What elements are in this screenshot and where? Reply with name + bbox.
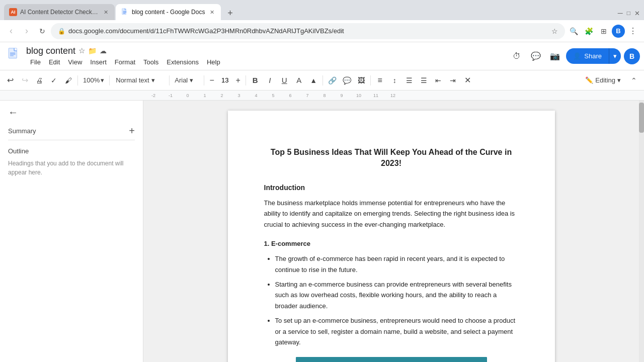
print-button[interactable]: 🖨 bbox=[32, 73, 46, 87]
tab-ai-detector[interactable]: AI AI Content Detector Checks GPT ✕ bbox=[4, 4, 115, 20]
svg-rect-4 bbox=[123, 13, 126, 14]
font-size-value[interactable]: 13 bbox=[218, 75, 232, 85]
menu-format[interactable]: Format bbox=[111, 57, 139, 67]
numbers-button[interactable]: ☰ bbox=[417, 73, 431, 87]
line-spacing-button[interactable]: ↕ bbox=[387, 73, 401, 87]
align-button[interactable]: ≡ bbox=[373, 73, 387, 87]
toolbar-divider-2 bbox=[109, 75, 110, 85]
redo-button[interactable]: ↪ bbox=[18, 73, 32, 87]
search-icon[interactable]: 🔍 bbox=[567, 24, 581, 38]
docs-header-right: ⏱ 💬 📷 👤 Share ▾ B bbox=[509, 48, 640, 64]
clear-format-button[interactable]: ✕ bbox=[460, 73, 474, 87]
indent-button[interactable]: ⇥ bbox=[446, 73, 460, 87]
menu-insert[interactable]: Insert bbox=[86, 57, 111, 67]
lock-icon: 🔒 bbox=[58, 28, 65, 35]
doc-area: Top 5 Business Ideas That Will Keep You … bbox=[143, 101, 639, 362]
menu-edit[interactable]: Edit bbox=[45, 57, 64, 67]
menu-extensions[interactable]: Extensions bbox=[163, 57, 203, 67]
cloud-icon[interactable]: ☁ bbox=[100, 47, 107, 55]
nav-bar: ‹ › ↻ 🔒 docs.google.com/document/d/11cFh… bbox=[0, 20, 644, 42]
comments-icon[interactable]: 💬 bbox=[528, 48, 544, 64]
meet-icon[interactable]: 📷 bbox=[547, 48, 563, 64]
tab-google-docs[interactable]: blog content - Google Docs ✕ bbox=[116, 4, 221, 20]
chrome-menu-icon[interactable]: ⋮ bbox=[626, 24, 640, 38]
outdent-button[interactable]: ⇤ bbox=[431, 73, 445, 87]
forward-button[interactable]: › bbox=[20, 24, 34, 38]
reload-button[interactable]: ↻ bbox=[35, 24, 49, 38]
text-color-button[interactable]: A bbox=[292, 73, 306, 87]
back-button[interactable]: ‹ bbox=[4, 24, 18, 38]
doc-page[interactable]: Top 5 Business Ideas That Will Keep You … bbox=[228, 111, 555, 362]
font-size-plus[interactable]: + bbox=[232, 73, 244, 87]
doc-title-row: blog content ☆ 📁 ☁ bbox=[26, 46, 507, 56]
link-button[interactable]: 🔗 bbox=[325, 73, 339, 87]
undo-button[interactable]: ↩ bbox=[3, 73, 17, 87]
font-value: Arial bbox=[175, 76, 188, 84]
scrollbar-thumb[interactable] bbox=[639, 103, 644, 133]
history-icon[interactable]: ⏱ bbox=[509, 48, 525, 64]
style-value: Normal text bbox=[116, 76, 149, 84]
pencil-icon: ✏️ bbox=[585, 76, 593, 84]
toolbar-collapse-button[interactable]: ⌃ bbox=[627, 73, 641, 87]
svg-rect-2 bbox=[123, 11, 127, 12]
bookmark-star-icon[interactable]: ⊞ bbox=[597, 24, 611, 38]
maximize-icon[interactable]: □ bbox=[627, 10, 630, 17]
tab1-close[interactable]: ✕ bbox=[102, 8, 110, 16]
doc-title[interactable]: blog content bbox=[26, 46, 75, 56]
address-bar[interactable]: 🔒 docs.google.com/document/d/11cFhTWWRcW… bbox=[51, 23, 565, 39]
zoom-selector[interactable]: 100% ▾ bbox=[80, 73, 107, 87]
back-arrow-icon: ← bbox=[8, 107, 18, 118]
share-dropdown: 👤 Share ▾ bbox=[566, 48, 621, 64]
tab2-icon bbox=[121, 8, 129, 16]
star-icon[interactable]: ☆ bbox=[78, 46, 85, 55]
scrollbar[interactable] bbox=[639, 101, 644, 362]
menu-tools[interactable]: Tools bbox=[139, 57, 163, 67]
close-icon[interactable]: ✕ bbox=[634, 10, 640, 17]
bookmark-icon[interactable]: ☆ bbox=[551, 27, 558, 35]
doc-heading-ecommerce: 1. E-commerce bbox=[264, 240, 519, 247]
image-button[interactable]: 🖼 bbox=[354, 73, 368, 87]
sidebar-summary-title: Summary bbox=[8, 127, 36, 135]
sidebar-divider bbox=[8, 140, 135, 140]
zoom-dropdown-icon: ▾ bbox=[101, 76, 104, 84]
share-button[interactable]: 👤 Share bbox=[566, 48, 609, 64]
new-tab-button[interactable]: + bbox=[223, 6, 237, 20]
tab2-close[interactable]: ✕ bbox=[208, 8, 216, 16]
toolbar-divider-6 bbox=[323, 75, 323, 85]
paint-format-button[interactable]: 🖌 bbox=[61, 73, 75, 87]
bold-button[interactable]: B bbox=[248, 73, 262, 87]
svg-rect-6 bbox=[10, 52, 16, 53]
font-selector[interactable]: Arial ▾ bbox=[172, 73, 202, 87]
font-size-minus[interactable]: − bbox=[206, 73, 217, 87]
doc-bullet-list: The growth of e-commerce has been rapid … bbox=[275, 253, 519, 348]
menu-help[interactable]: Help bbox=[203, 57, 224, 67]
folder-icon[interactable]: 📁 bbox=[88, 47, 97, 55]
toolbar: ↩ ↪ 🖨 ✓ 🖌 100% ▾ Normal text ▾ Arial ▾ −… bbox=[0, 70, 644, 90]
sidebar: ← Summary + Outline Headings that you ad… bbox=[0, 101, 143, 362]
bullet-item-3: To set up an e-commerce business, entrep… bbox=[275, 315, 519, 347]
profile-avatar[interactable]: B bbox=[612, 25, 625, 38]
sidebar-outline-title: Outline bbox=[8, 147, 135, 155]
menu-file[interactable]: File bbox=[26, 57, 45, 67]
toolbar-divider-3 bbox=[169, 75, 170, 85]
bullets-button[interactable]: ☰ bbox=[402, 73, 416, 87]
highlight-button[interactable]: ▲ bbox=[306, 73, 320, 87]
toolbar-divider-7 bbox=[370, 75, 371, 85]
user-avatar[interactable]: B bbox=[624, 48, 640, 64]
share-icon: 👤 bbox=[573, 52, 581, 60]
style-selector[interactable]: Normal text ▾ bbox=[112, 73, 167, 87]
sidebar-add-button[interactable]: + bbox=[129, 125, 135, 137]
window-controls: ─ □ ✕ bbox=[618, 9, 640, 20]
ruler-content: -2 -1 0 1 2 3 4 5 6 7 8 9 10 11 12 bbox=[145, 93, 644, 98]
extensions-icon[interactable]: 🧩 bbox=[582, 24, 596, 38]
sidebar-back-button[interactable]: ← bbox=[8, 107, 135, 118]
editing-mode-selector[interactable]: ✏️ Editing ▾ bbox=[580, 74, 626, 86]
spellcheck-button[interactable]: ✓ bbox=[47, 73, 61, 87]
minimize-icon[interactable]: ─ bbox=[618, 9, 623, 17]
italic-button[interactable]: I bbox=[263, 73, 277, 87]
comment-button[interactable]: 💬 bbox=[340, 73, 354, 87]
docs-header: blog content ☆ 📁 ☁ File Edit View Insert… bbox=[0, 42, 644, 70]
underline-button[interactable]: U bbox=[277, 73, 291, 87]
share-dropdown-btn[interactable]: ▾ bbox=[609, 48, 621, 64]
menu-view[interactable]: View bbox=[64, 57, 86, 67]
